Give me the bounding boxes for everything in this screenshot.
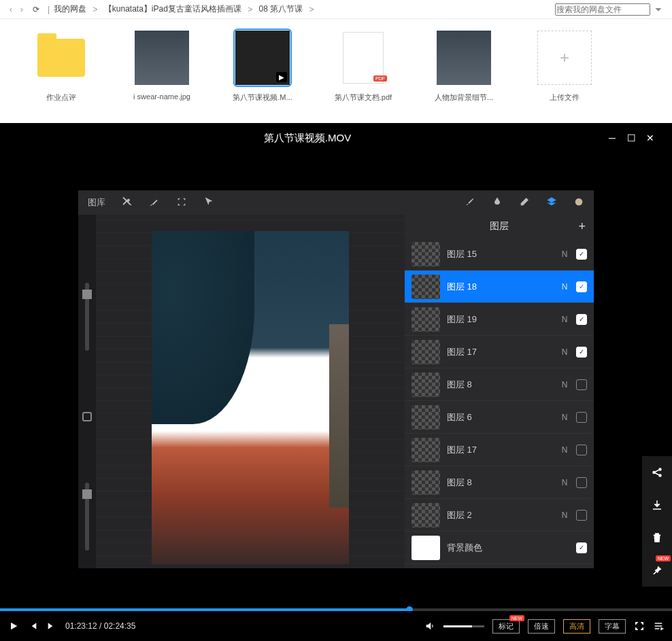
subtitle-button[interactable]: 字幕 [599,619,626,634]
layer-name: 图层 17 [447,346,553,358]
next-icon[interactable] [46,621,57,631]
layer-blend-mode[interactable]: N [560,315,569,324]
brush-icon[interactable] [462,194,478,212]
gallery-button[interactable]: 图库 [85,194,108,211]
layer-blend-mode[interactable]: N [560,510,569,520]
layer-visibility-checkbox[interactable] [576,510,587,521]
play-icon[interactable] [8,621,19,631]
layers-icon[interactable] [543,194,560,212]
selection-icon[interactable] [173,194,190,212]
layer-visibility-checkbox[interactable] [576,477,587,488]
layer-row[interactable]: 图层 6N [405,401,594,434]
opacity-slider[interactable] [85,483,89,551]
volume-icon[interactable] [424,621,435,631]
minimize-icon[interactable]: ─ [603,133,622,143]
layer-visibility-checkbox[interactable] [576,379,587,390]
layer-visibility-checkbox[interactable]: ✓ [576,249,587,260]
pdf-thumb [343,32,384,84]
layer-visibility-checkbox[interactable]: ✓ [576,347,587,358]
svg-point-0 [575,198,583,205]
layer-thumb [411,438,440,462]
refresh-icon[interactable]: ⟳ [27,5,45,14]
speed-button[interactable]: 倍速 [528,619,555,634]
breadcrumb-path1[interactable]: 【kunatata】iPad复古童话风格插画课 [103,3,243,15]
layer-name: 图层 8 [447,379,553,391]
nav-forward-icon[interactable]: › [16,5,27,14]
layer-blend-mode[interactable]: N [560,478,569,487]
cursor-icon[interactable] [201,194,217,212]
player-controls: 01:23:12 / 02:24:35 标记NEW 倍速 高清 字幕 [0,611,672,641]
layer-blend-mode[interactable]: N [560,380,569,389]
delete-icon[interactable] [642,521,672,554]
download-icon[interactable] [642,489,672,521]
layer-blend-mode[interactable]: N [560,249,569,259]
close-icon[interactable]: ✕ [641,133,660,143]
fullscreen-icon[interactable] [634,621,645,631]
add-layer-icon[interactable]: + [578,220,586,234]
search-icon[interactable]: ⏷ [650,5,667,14]
file-item-upload[interactable]: + 上传文件 [524,29,605,114]
layer-visibility-checkbox[interactable]: ✓ [576,314,587,325]
layer-thumb [411,503,440,527]
brush-size-slider[interactable] [85,283,89,351]
new-badge: NEW [656,555,671,561]
layer-row[interactable]: 图层 8N [405,368,594,401]
layer-row[interactable]: 图层 8N [405,466,594,499]
layer-visibility-checkbox[interactable] [576,445,587,455]
procreate-left-sidebar [78,215,96,568]
layer-blend-mode[interactable]: N [560,445,569,455]
layer-row[interactable]: 图层 2N [405,499,594,532]
layer-visibility-checkbox[interactable] [576,412,587,423]
file-label: 人物加背景细节... [435,92,493,103]
player-title: 第八节课视频.MOV [12,132,603,145]
background-layer-row[interactable]: 背景颜色 ✓ [405,532,594,564]
color-picker-icon[interactable] [571,194,587,212]
eraser-icon[interactable] [516,194,533,212]
file-item-image[interactable]: i swear-name.jpg [121,29,203,114]
procreate-canvas[interactable] [96,215,405,568]
quality-button[interactable]: 高清 [563,619,590,634]
volume-slider[interactable] [443,625,484,627]
layers-panel: 图层 + 图层 15N✓图层 18N✓图层 19N✓图层 17N✓图层 8N图层… [405,215,594,568]
layer-row[interactable]: 图层 18N✓ [405,271,594,303]
maximize-icon[interactable]: ☐ [622,133,641,143]
layer-visibility-checkbox[interactable]: ✓ [576,542,587,553]
search-input[interactable] [555,3,650,16]
video-canvas[interactable]: 图库 [0,153,672,606]
layer-thumb [411,373,440,397]
time-display: 01:23:12 / 02:24:35 [65,621,135,631]
breadcrumb-path2[interactable]: 08 第八节课 [258,3,305,15]
breadcrumb-root[interactable]: 我的网盘 [52,3,88,15]
file-item-image[interactable]: 人物加背景细节... [423,29,505,114]
layer-row[interactable]: 图层 15N✓ [405,238,594,271]
layer-blend-mode[interactable]: N [560,282,569,292]
nav-back-icon[interactable]: ‹ [5,5,16,14]
svg-point-1 [653,472,655,474]
layer-blend-mode[interactable]: N [560,413,569,422]
smudge-icon[interactable] [489,194,505,212]
layer-blend-mode[interactable]: N [560,347,569,357]
modifier-button[interactable] [82,412,92,421]
layer-thumb [411,275,440,299]
playlist-icon[interactable] [653,621,664,631]
layer-name: 图层 8 [447,477,553,489]
layer-row[interactable]: 图层 17N [405,434,594,466]
image-thumb [437,31,491,85]
wrench-icon[interactable] [119,194,135,212]
prev-icon[interactable] [27,621,38,631]
file-item-pdf[interactable]: 第八节课文档.pdf [322,29,404,114]
wand-icon[interactable] [146,194,163,212]
side-actions: NEW [642,456,672,587]
pin-icon[interactable]: NEW [642,554,672,587]
layer-thumb [411,536,440,560]
layer-row[interactable]: 图层 17N✓ [405,336,594,368]
svg-point-3 [659,474,661,477]
mark-button[interactable]: 标记NEW [492,619,520,634]
file-item-video-selected[interactable]: 第八节课视频.M... [222,29,303,114]
share-icon[interactable] [642,456,672,489]
player-titlebar: 第八节课视频.MOV ─ ☐ ✕ [0,123,672,153]
layer-thumb [411,307,440,332]
layer-visibility-checkbox[interactable]: ✓ [576,281,587,292]
layer-row[interactable]: 图层 19N✓ [405,303,594,336]
file-item-folder[interactable]: 作业点评 [20,29,102,114]
